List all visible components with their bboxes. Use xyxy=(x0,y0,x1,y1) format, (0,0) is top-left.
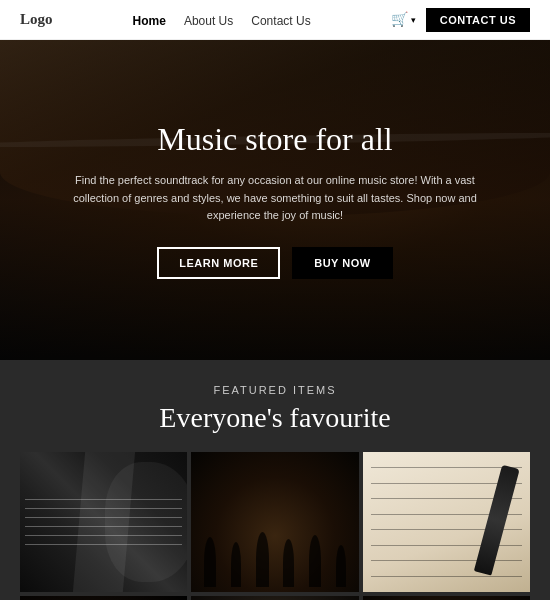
hero-content: Music store for all Find the perfect sou… xyxy=(25,121,525,279)
grid-item-orchestra[interactable] xyxy=(191,452,358,592)
drums-small-svg xyxy=(20,596,187,600)
strings-svg xyxy=(363,596,530,600)
cymbal-svg xyxy=(191,596,358,600)
hero-subtitle: Find the perfect soundtrack for any occa… xyxy=(65,172,485,225)
orch-fig-3 xyxy=(256,532,269,587)
nav-right: 🛒 ▾ CONTACT US xyxy=(391,8,530,32)
contact-us-button[interactable]: CONTACT US xyxy=(426,8,530,32)
guitar-string-1 xyxy=(25,499,182,500)
hero-buttons: LEARN MORE BUY NOW xyxy=(65,247,485,279)
hero-title: Music store for all xyxy=(65,121,485,158)
orch-fig-4 xyxy=(283,539,294,587)
buy-now-button[interactable]: BUY NOW xyxy=(292,247,392,279)
featured-title: Everyone's favourite xyxy=(20,402,530,434)
sheet-line-7 xyxy=(371,560,522,561)
grid-item-clarinet[interactable] xyxy=(363,452,530,592)
guitar-strings xyxy=(20,452,187,592)
orch-fig-1 xyxy=(204,537,216,587)
guitar-string-2 xyxy=(25,508,182,509)
guitar-string-6 xyxy=(25,544,182,545)
grid-item-guitar[interactable] xyxy=(20,452,187,592)
cart-icon-group[interactable]: 🛒 ▾ xyxy=(391,11,416,28)
nav-item-about[interactable]: About Us xyxy=(184,11,233,29)
navbar: Logo Home About Us Contact Us 🛒 ▾ CONTAC… xyxy=(0,0,550,40)
logo: Logo xyxy=(20,11,53,28)
orchestra-figures xyxy=(191,452,358,592)
chevron-down-icon: ▾ xyxy=(411,15,416,25)
sheet-line-1 xyxy=(371,467,522,468)
nav-links: Home About Us Contact Us xyxy=(133,11,311,29)
sheet-line-8 xyxy=(371,576,522,577)
grid-item-drums-small[interactable] xyxy=(20,596,187,600)
featured-label: FEATURED ITEMS xyxy=(20,384,530,396)
guitar-string-3 xyxy=(25,517,182,518)
hero-section: Music store for all Find the perfect sou… xyxy=(0,40,550,360)
items-grid xyxy=(20,452,530,600)
guitar-string-4 xyxy=(25,526,182,527)
featured-section: FEATURED ITEMS Everyone's favourite xyxy=(0,360,550,600)
nav-item-home[interactable]: Home xyxy=(133,11,166,29)
grid-item-strings[interactable] xyxy=(363,596,530,600)
cart-icon: 🛒 xyxy=(391,11,408,28)
orch-fig-6 xyxy=(336,545,346,587)
learn-more-button[interactable]: LEARN MORE xyxy=(157,247,280,279)
orch-fig-5 xyxy=(309,535,321,587)
nav-item-contact[interactable]: Contact Us xyxy=(251,11,310,29)
guitar-string-5 xyxy=(25,535,182,536)
grid-item-cymbal[interactable] xyxy=(191,596,358,600)
orch-fig-2 xyxy=(231,542,241,587)
